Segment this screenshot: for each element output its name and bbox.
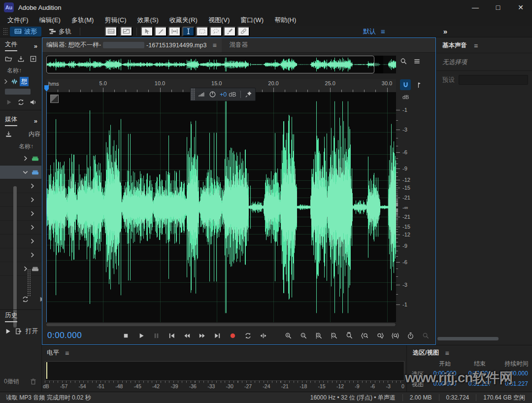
file-row[interactable]: 想: [0, 76, 41, 87]
waveform-display[interactable]: [46, 92, 396, 322]
record-button[interactable]: [228, 330, 237, 341]
preview-play-icon[interactable]: [5, 99, 12, 106]
files-panel-tab[interactable]: 文件: [5, 40, 17, 51]
fast-forward-button[interactable]: [198, 330, 207, 341]
pause-button[interactable]: [152, 330, 161, 341]
media-tree-row[interactable]: [0, 207, 41, 221]
essential-sound-title[interactable]: 基本声音: [442, 41, 467, 50]
media-content-label[interactable]: 内容: [29, 130, 41, 138]
close-button[interactable]: ✕: [509, 0, 532, 15]
overview-strip[interactable]: [46, 56, 396, 73]
open-file-icon[interactable]: [5, 55, 12, 63]
zoom-full-button[interactable]: [421, 330, 431, 341]
chevron-right-icon[interactable]: [2, 78, 9, 85]
zoom-out-time-button[interactable]: [330, 330, 339, 341]
edit-range-icon[interactable]: [50, 95, 59, 103]
rewind-button[interactable]: [182, 330, 192, 341]
gain-hud[interactable]: +0 dB: [190, 88, 256, 101]
playback-timer-button[interactable]: [406, 330, 415, 341]
media-name-header[interactable]: 名称↑: [0, 140, 41, 152]
menu-item[interactable]: 窗口(W): [235, 16, 269, 25]
zoom-in-amplitude-button[interactable]: [284, 330, 293, 341]
zoom-out-amplitude-button[interactable]: [299, 330, 308, 341]
menu-item[interactable]: 剪辑(C): [99, 16, 132, 25]
paintbrush-selection-tool-button[interactable]: [224, 27, 236, 36]
media-tree-row[interactable]: [0, 235, 41, 248]
selected-file-label[interactable]: 想: [20, 77, 29, 86]
selection-view-title[interactable]: 选区/视图: [413, 349, 439, 357]
maximize-button[interactable]: □: [487, 0, 509, 15]
gain-knob-icon[interactable]: [209, 91, 216, 98]
zoom-reset-button[interactable]: [345, 330, 354, 341]
media-tree-row[interactable]: [0, 179, 41, 193]
history-panel-tab[interactable]: 历史: [5, 311, 17, 322]
files-name-header[interactable]: 名称↑: [0, 65, 41, 76]
media-tree-row[interactable]: [0, 248, 41, 262]
play-button[interactable]: [136, 330, 146, 341]
media-download-icon[interactable]: [5, 131, 12, 138]
menu-item[interactable]: 文件(F): [2, 16, 34, 25]
right-sidebar-scrollbar[interactable]: [437, 337, 499, 340]
marquee-selection-tool-button[interactable]: [196, 27, 208, 36]
waveform-mode-button[interactable]: 波形: [10, 27, 41, 36]
toolbar-overflow-icon[interactable]: »: [443, 27, 447, 35]
add-panel-icon[interactable]: [30, 55, 37, 63]
media-tree-row-selected[interactable]: [0, 166, 41, 179]
menu-item[interactable]: 收藏夹(R): [164, 16, 203, 25]
history-item-open[interactable]: 打开: [0, 324, 48, 337]
preview-loop-icon[interactable]: [17, 99, 25, 106]
zoom-to-selection-button[interactable]: [391, 330, 400, 341]
toolbar-grip[interactable]: [3, 28, 8, 35]
media-tree-row[interactable]: [0, 152, 41, 166]
media-tree-row[interactable]: [0, 221, 41, 235]
files-panel-collapse-icon[interactable]: »: [34, 42, 37, 50]
timecode-display[interactable]: 0:00.000: [47, 331, 82, 340]
menu-item[interactable]: 编辑(E): [34, 16, 66, 25]
levels-title[interactable]: 电平: [47, 349, 59, 357]
workspace-selector[interactable]: 默认: [363, 27, 376, 36]
move-tool-button[interactable]: [141, 27, 153, 36]
zoom-in-at-out-point-button[interactable]: [375, 330, 385, 341]
menu-item[interactable]: 视图(V): [203, 16, 235, 25]
horizontal-scrollbar[interactable]: [46, 323, 396, 326]
multitrack-mode-button[interactable]: 多轨: [44, 27, 76, 36]
skip-to-start-button[interactable]: [167, 330, 176, 341]
razor-tool-button[interactable]: [155, 27, 167, 36]
skip-selection-button[interactable]: [259, 330, 268, 341]
media-scrollbar[interactable]: [13, 186, 17, 328]
media-loop-icon[interactable]: [22, 296, 29, 303]
levels-menu-icon[interactable]: ≡: [65, 349, 69, 357]
waveform-display-button[interactable]: [105, 27, 117, 36]
import-file-icon[interactable]: [17, 55, 25, 63]
skip-to-end-button[interactable]: [213, 330, 222, 341]
minimize-button[interactable]: —: [464, 0, 487, 15]
media-tree-row[interactable]: [0, 193, 41, 207]
media-tree-row[interactable]: [0, 262, 41, 276]
snap-toggle-button[interactable]: [400, 79, 411, 90]
menu-item[interactable]: 多轨(M): [66, 16, 100, 25]
menu-item[interactable]: 效果(S): [132, 16, 164, 25]
mixer-tab[interactable]: 混音器: [222, 41, 256, 49]
zoom-in-time-button[interactable]: [314, 330, 324, 341]
media-panel-collapse-icon[interactable]: »: [34, 117, 37, 125]
spectral-display-button[interactable]: [120, 27, 133, 36]
hud-grip[interactable]: [191, 88, 195, 101]
editor-tab-menu-icon[interactable]: ≡: [212, 41, 216, 49]
editor-tab[interactable]: 编辑器: 想吃不一样- -1671513914499.mp3 ≡: [42, 38, 222, 52]
preview-speaker-icon[interactable]: [30, 99, 37, 106]
db-scale[interactable]: dB-1-3-6-9-12-15-21-∞-21-15-12-9-6-3-1: [396, 92, 435, 322]
gain-value[interactable]: +0: [220, 91, 227, 98]
essential-sound-menu-icon[interactable]: ≡: [474, 42, 478, 50]
stop-button[interactable]: [121, 330, 131, 341]
loop-playback-button[interactable]: [243, 330, 253, 341]
trash-icon[interactable]: [30, 378, 37, 385]
media-panel-tab[interactable]: 媒体: [5, 115, 17, 126]
workspace-menu-icon[interactable]: ≡: [381, 27, 385, 35]
main-waveform-canvas[interactable]: [46, 92, 396, 322]
selection-view-menu-icon[interactable]: ≡: [445, 349, 449, 357]
overview-view-box[interactable]: [46, 56, 374, 73]
zoom-in-at-in-point-button[interactable]: [360, 330, 369, 341]
time-selection-tool-button[interactable]: [182, 27, 195, 36]
lasso-selection-tool-button[interactable]: [210, 27, 222, 36]
preset-field[interactable]: [459, 75, 528, 85]
